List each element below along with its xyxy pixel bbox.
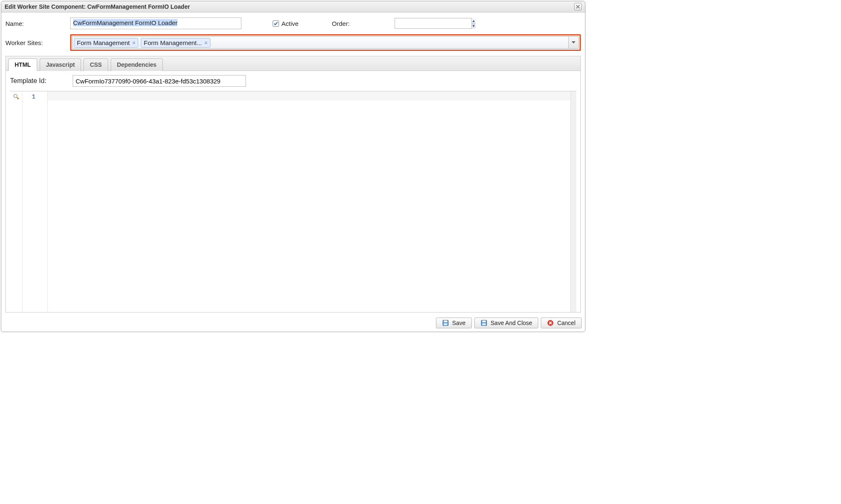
save-and-close-button-label: Save And Close bbox=[491, 320, 532, 326]
svg-rect-7 bbox=[482, 320, 486, 322]
template-id-row: Template Id: bbox=[10, 75, 576, 87]
save-button[interactable]: Save bbox=[436, 318, 472, 328]
save-button-label: Save bbox=[452, 320, 466, 326]
template-id-label: Template Id: bbox=[10, 77, 73, 85]
name-input[interactable]: CwFormManagement FormIO Loader bbox=[70, 18, 241, 29]
worker-sites-tag-label: Form Management bbox=[77, 39, 130, 46]
close-icon[interactable] bbox=[574, 3, 582, 10]
save-and-close-button[interactable]: Save And Close bbox=[474, 318, 539, 328]
dialog-window: Edit Worker Site Component: CwFormManage… bbox=[1, 1, 585, 332]
gutter-icon-col bbox=[10, 93, 23, 312]
tab-label: Javascript bbox=[46, 61, 75, 68]
order-input[interactable] bbox=[395, 18, 471, 28]
worker-sites-label: Worker Sites: bbox=[5, 39, 70, 46]
cancel-button[interactable]: Cancel bbox=[541, 318, 582, 328]
active-checkbox-group: Active bbox=[273, 20, 299, 27]
code-editor[interactable]: 1 bbox=[10, 91, 576, 312]
svg-rect-4 bbox=[444, 320, 447, 322]
dialog-titlebar: Edit Worker Site Component: CwFormManage… bbox=[1, 1, 585, 13]
tab-css[interactable]: CSS bbox=[84, 58, 108, 71]
order-spinner[interactable]: ▲ ▼ bbox=[395, 18, 472, 29]
name-label: Name: bbox=[5, 20, 70, 27]
tab-dependencies[interactable]: Dependencies bbox=[111, 58, 163, 71]
tabstrip: HTML Javascript CSS Dependencies bbox=[6, 56, 580, 71]
row-worker-sites: Worker Sites: Form Management × Form Man… bbox=[5, 34, 581, 51]
worker-sites-combo[interactable]: Form Management × Form Management... × bbox=[72, 36, 569, 49]
spinner-buttons: ▲ ▼ bbox=[471, 18, 476, 28]
spinner-up-icon[interactable]: ▲ bbox=[472, 18, 476, 24]
cancel-button-label: Cancel bbox=[557, 320, 575, 326]
cancel-icon bbox=[547, 320, 554, 326]
tab-label: HTML bbox=[15, 61, 31, 68]
worker-sites-dropdown-icon[interactable] bbox=[569, 36, 579, 49]
tabs-panel: HTML Javascript CSS Dependencies Templat… bbox=[5, 56, 581, 312]
tag-remove-icon[interactable]: × bbox=[132, 40, 136, 46]
tab-label: Dependencies bbox=[117, 61, 157, 68]
worker-sites-tag-label: Form Management... bbox=[144, 39, 202, 46]
dialog-content: Name: CwFormManagement FormIO Loader Act… bbox=[1, 13, 585, 314]
worker-sites-tag[interactable]: Form Management × bbox=[74, 38, 138, 48]
tab-label: CSS bbox=[90, 61, 102, 68]
svg-point-0 bbox=[14, 94, 17, 98]
svg-point-2 bbox=[17, 98, 19, 99]
editor-text-area[interactable] bbox=[48, 91, 570, 312]
spinner-down-icon[interactable]: ▼ bbox=[472, 24, 476, 29]
disk-icon bbox=[481, 320, 487, 326]
button-bar: Save Save And Close Cancel bbox=[1, 314, 585, 332]
editor-scrollbar[interactable] bbox=[570, 91, 576, 312]
disk-icon bbox=[442, 320, 449, 326]
name-input-value: CwFormManagement FormIO Loader bbox=[73, 19, 177, 26]
magnifier-icon[interactable] bbox=[13, 93, 20, 312]
worker-sites-highlight: Form Management × Form Management... × bbox=[70, 34, 581, 51]
dialog-title: Edit Worker Site Component: CwFormManage… bbox=[5, 3, 190, 10]
tab-body: Template Id: bbox=[6, 71, 580, 312]
tab-html[interactable]: HTML bbox=[8, 58, 37, 71]
order-label: Order: bbox=[332, 20, 395, 27]
editor-gutter: 1 bbox=[10, 91, 48, 312]
tag-remove-icon[interactable]: × bbox=[205, 40, 208, 46]
worker-sites-tag[interactable]: Form Management... × bbox=[141, 38, 210, 48]
template-id-input[interactable] bbox=[73, 75, 246, 87]
active-checkbox[interactable] bbox=[273, 20, 279, 27]
svg-rect-8 bbox=[482, 323, 486, 325]
tab-javascript[interactable]: Javascript bbox=[40, 58, 81, 71]
row-name-active-order: Name: CwFormManagement FormIO Loader Act… bbox=[5, 18, 581, 29]
svg-rect-5 bbox=[444, 323, 447, 325]
active-label: Active bbox=[281, 20, 299, 27]
line-number: 1 bbox=[23, 93, 47, 312]
